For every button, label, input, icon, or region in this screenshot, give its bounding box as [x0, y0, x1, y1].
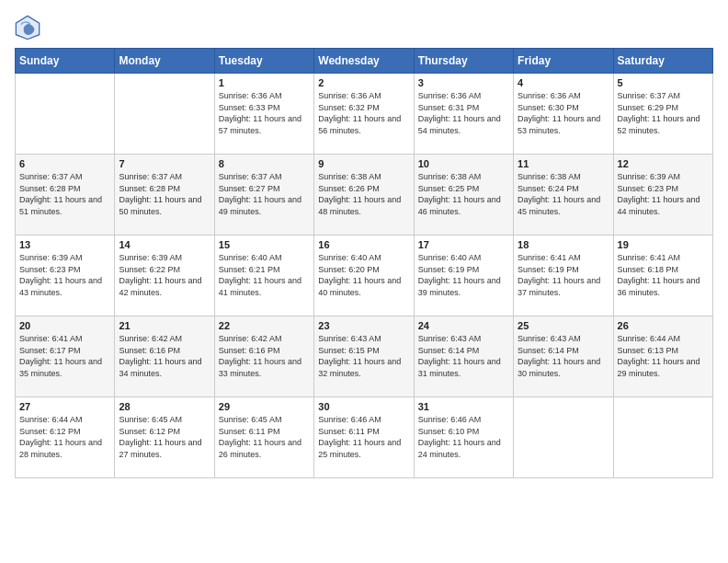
day-cell: 20Sunrise: 6:41 AM Sunset: 6:17 PM Dayli…: [16, 316, 115, 397]
day-number: 7: [119, 158, 210, 169]
weekday-header-row: SundayMondayTuesdayWednesdayThursdayFrid…: [16, 49, 713, 74]
weekday-header-friday: Friday: [514, 49, 613, 74]
day-info: Sunrise: 6:39 AM Sunset: 6:22 PM Dayligh…: [119, 252, 210, 298]
day-info: Sunrise: 6:38 AM Sunset: 6:25 PM Dayligh…: [418, 171, 509, 217]
day-cell: 7Sunrise: 6:37 AM Sunset: 6:28 PM Daylig…: [115, 155, 214, 236]
day-cell: 13Sunrise: 6:39 AM Sunset: 6:23 PM Dayli…: [16, 236, 115, 316]
day-number: 17: [418, 239, 509, 250]
day-cell: 24Sunrise: 6:43 AM Sunset: 6:14 PM Dayli…: [414, 316, 513, 397]
day-cell: 27Sunrise: 6:44 AM Sunset: 6:12 PM Dayli…: [16, 397, 115, 478]
day-number: 28: [119, 401, 210, 412]
day-cell: [514, 397, 613, 478]
day-number: 19: [618, 239, 709, 250]
day-number: 13: [19, 239, 110, 250]
day-number: 16: [318, 239, 409, 250]
day-info: Sunrise: 6:40 AM Sunset: 6:20 PM Dayligh…: [318, 252, 409, 298]
day-cell: 16Sunrise: 6:40 AM Sunset: 6:20 PM Dayli…: [314, 236, 414, 316]
day-info: Sunrise: 6:44 AM Sunset: 6:12 PM Dayligh…: [19, 414, 110, 460]
day-info: Sunrise: 6:45 AM Sunset: 6:11 PM Dayligh…: [219, 414, 310, 460]
day-info: Sunrise: 6:39 AM Sunset: 6:23 PM Dayligh…: [19, 252, 110, 298]
day-info: Sunrise: 6:46 AM Sunset: 6:11 PM Dayligh…: [318, 414, 409, 460]
day-info: Sunrise: 6:37 AM Sunset: 6:27 PM Dayligh…: [219, 171, 310, 217]
day-info: Sunrise: 6:36 AM Sunset: 6:31 PM Dayligh…: [418, 90, 509, 136]
day-cell: 2Sunrise: 6:36 AM Sunset: 6:32 PM Daylig…: [314, 74, 414, 155]
day-info: Sunrise: 6:43 AM Sunset: 6:14 PM Dayligh…: [518, 333, 609, 379]
day-number: 27: [19, 401, 110, 412]
weekday-header-monday: Monday: [115, 49, 214, 74]
day-cell: 25Sunrise: 6:43 AM Sunset: 6:14 PM Dayli…: [514, 316, 613, 397]
day-number: 6: [19, 158, 110, 169]
day-number: 20: [19, 320, 110, 331]
day-info: Sunrise: 6:36 AM Sunset: 6:30 PM Dayligh…: [518, 90, 609, 136]
week-row-4: 20Sunrise: 6:41 AM Sunset: 6:17 PM Dayli…: [16, 316, 713, 397]
day-cell: 5Sunrise: 6:37 AM Sunset: 6:29 PM Daylig…: [613, 74, 712, 155]
day-cell: [613, 397, 712, 478]
day-number: 18: [518, 239, 609, 250]
day-info: Sunrise: 6:36 AM Sunset: 6:32 PM Dayligh…: [318, 90, 409, 136]
day-info: Sunrise: 6:43 AM Sunset: 6:14 PM Dayligh…: [418, 333, 509, 379]
weekday-header-thursday: Thursday: [414, 49, 513, 74]
day-cell: [115, 74, 214, 155]
day-cell: 17Sunrise: 6:40 AM Sunset: 6:19 PM Dayli…: [414, 236, 513, 316]
day-cell: 1Sunrise: 6:36 AM Sunset: 6:33 PM Daylig…: [214, 74, 313, 155]
day-cell: 8Sunrise: 6:37 AM Sunset: 6:27 PM Daylig…: [214, 155, 313, 236]
day-number: 25: [518, 320, 609, 331]
day-number: 22: [219, 320, 310, 331]
day-info: Sunrise: 6:39 AM Sunset: 6:23 PM Dayligh…: [618, 171, 709, 217]
day-info: Sunrise: 6:44 AM Sunset: 6:13 PM Dayligh…: [618, 333, 709, 379]
day-cell: 19Sunrise: 6:41 AM Sunset: 6:18 PM Dayli…: [613, 236, 712, 316]
day-number: 26: [618, 320, 709, 331]
day-cell: 11Sunrise: 6:38 AM Sunset: 6:24 PM Dayli…: [514, 155, 613, 236]
day-cell: 3Sunrise: 6:36 AM Sunset: 6:31 PM Daylig…: [414, 74, 513, 155]
day-cell: 22Sunrise: 6:42 AM Sunset: 6:16 PM Dayli…: [214, 316, 313, 397]
week-row-2: 6Sunrise: 6:37 AM Sunset: 6:28 PM Daylig…: [16, 155, 713, 236]
day-number: 14: [119, 239, 210, 250]
day-cell: 18Sunrise: 6:41 AM Sunset: 6:19 PM Dayli…: [514, 236, 613, 316]
day-number: 2: [318, 77, 409, 88]
day-cell: 10Sunrise: 6:38 AM Sunset: 6:25 PM Dayli…: [414, 155, 513, 236]
logo: [15, 15, 44, 40]
day-info: Sunrise: 6:38 AM Sunset: 6:24 PM Dayligh…: [518, 171, 609, 217]
day-cell: 31Sunrise: 6:46 AM Sunset: 6:10 PM Dayli…: [414, 397, 513, 478]
day-cell: 29Sunrise: 6:45 AM Sunset: 6:11 PM Dayli…: [214, 397, 313, 478]
day-cell: 30Sunrise: 6:46 AM Sunset: 6:11 PM Dayli…: [314, 397, 414, 478]
day-info: Sunrise: 6:41 AM Sunset: 6:18 PM Dayligh…: [618, 252, 709, 298]
day-number: 8: [219, 158, 310, 169]
day-number: 29: [219, 401, 310, 412]
weekday-header-tuesday: Tuesday: [214, 49, 313, 74]
day-number: 15: [219, 239, 310, 250]
day-info: Sunrise: 6:38 AM Sunset: 6:26 PM Dayligh…: [318, 171, 409, 217]
day-number: 30: [318, 401, 409, 412]
day-info: Sunrise: 6:43 AM Sunset: 6:15 PM Dayligh…: [318, 333, 409, 379]
day-info: Sunrise: 6:37 AM Sunset: 6:29 PM Dayligh…: [618, 90, 709, 136]
day-number: 11: [518, 158, 609, 169]
day-info: Sunrise: 6:46 AM Sunset: 6:10 PM Dayligh…: [418, 414, 509, 460]
page-container: SundayMondayTuesdayWednesdayThursdayFrid…: [0, 0, 728, 488]
day-number: 23: [318, 320, 409, 331]
day-number: 1: [219, 77, 310, 88]
day-number: 5: [618, 77, 709, 88]
week-row-3: 13Sunrise: 6:39 AM Sunset: 6:23 PM Dayli…: [16, 236, 713, 316]
day-info: Sunrise: 6:37 AM Sunset: 6:28 PM Dayligh…: [119, 171, 210, 217]
day-number: 10: [418, 158, 509, 169]
day-info: Sunrise: 6:45 AM Sunset: 6:12 PM Dayligh…: [119, 414, 210, 460]
logo-icon: [15, 15, 40, 40]
day-cell: 12Sunrise: 6:39 AM Sunset: 6:23 PM Dayli…: [613, 155, 712, 236]
day-cell: 14Sunrise: 6:39 AM Sunset: 6:22 PM Dayli…: [115, 236, 214, 316]
day-number: 24: [418, 320, 509, 331]
day-cell: 9Sunrise: 6:38 AM Sunset: 6:26 PM Daylig…: [314, 155, 414, 236]
day-number: 12: [618, 158, 709, 169]
day-cell: 4Sunrise: 6:36 AM Sunset: 6:30 PM Daylig…: [514, 74, 613, 155]
day-number: 4: [518, 77, 609, 88]
day-number: 9: [318, 158, 409, 169]
weekday-header-saturday: Saturday: [613, 49, 712, 74]
day-cell: 15Sunrise: 6:40 AM Sunset: 6:21 PM Dayli…: [214, 236, 313, 316]
day-cell: 6Sunrise: 6:37 AM Sunset: 6:28 PM Daylig…: [16, 155, 115, 236]
day-number: 31: [418, 401, 509, 412]
day-info: Sunrise: 6:36 AM Sunset: 6:33 PM Dayligh…: [219, 90, 310, 136]
day-number: 21: [119, 320, 210, 331]
day-info: Sunrise: 6:40 AM Sunset: 6:19 PM Dayligh…: [418, 252, 509, 298]
day-cell: 28Sunrise: 6:45 AM Sunset: 6:12 PM Dayli…: [115, 397, 214, 478]
weekday-header-sunday: Sunday: [16, 49, 115, 74]
week-row-5: 27Sunrise: 6:44 AM Sunset: 6:12 PM Dayli…: [16, 397, 713, 478]
